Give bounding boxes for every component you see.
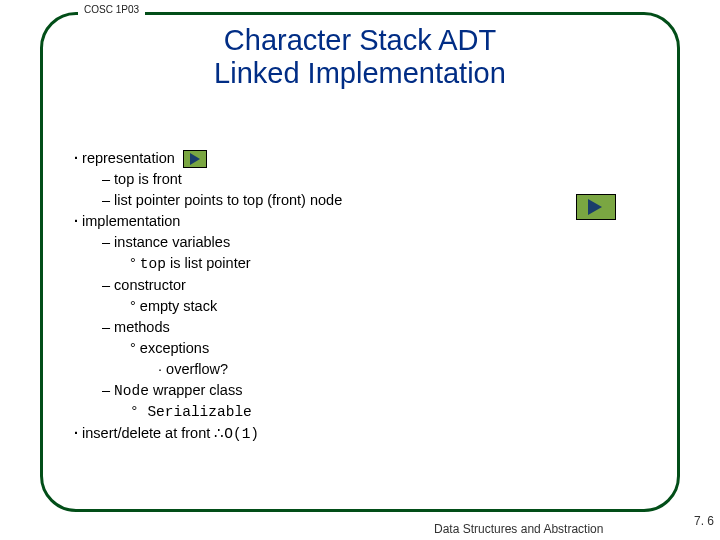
bullet-serializable: Serializable bbox=[74, 402, 342, 423]
bullet-constructor: constructor bbox=[74, 275, 342, 296]
bullet-insert-delete: insert/delete at front ∴O(1) bbox=[74, 423, 342, 445]
slide-body: representation top is front list pointer… bbox=[74, 148, 342, 445]
page-number: 7. 6 bbox=[694, 514, 714, 528]
bullet-top-pointer: top is list pointer bbox=[74, 253, 342, 275]
bullet-list-pointer: list pointer points to top (front) node bbox=[74, 190, 342, 211]
bullet-exceptions: exceptions bbox=[74, 338, 342, 359]
footer-text: Data Structures and Abstraction bbox=[430, 522, 607, 536]
bullet-empty-stack: empty stack bbox=[74, 296, 342, 317]
text-insert-delete: insert/delete at front bbox=[82, 425, 214, 441]
code-o1: O(1) bbox=[224, 426, 259, 442]
bullet-top-front: top is front bbox=[74, 169, 342, 190]
code-node: Node bbox=[114, 383, 149, 399]
bullet-representation: representation bbox=[74, 148, 342, 169]
play-icon[interactable] bbox=[183, 150, 207, 168]
text-wrapper: wrapper class bbox=[149, 382, 242, 398]
text-representation: representation bbox=[82, 150, 175, 166]
course-code: COSC 1P03 bbox=[78, 4, 145, 15]
bullet-instance-vars: instance variables bbox=[74, 232, 342, 253]
bullet-methods: methods bbox=[74, 317, 342, 338]
text-top-is: is list pointer bbox=[166, 255, 251, 271]
bullet-node-wrapper: Node wrapper class bbox=[74, 380, 342, 402]
play-icon[interactable] bbox=[576, 194, 616, 220]
therefore-symbol: ∴ bbox=[214, 425, 224, 441]
bullet-overflow: overflow? bbox=[74, 359, 342, 380]
bullet-implementation: implementation bbox=[74, 211, 342, 232]
code-top: top bbox=[140, 256, 166, 272]
